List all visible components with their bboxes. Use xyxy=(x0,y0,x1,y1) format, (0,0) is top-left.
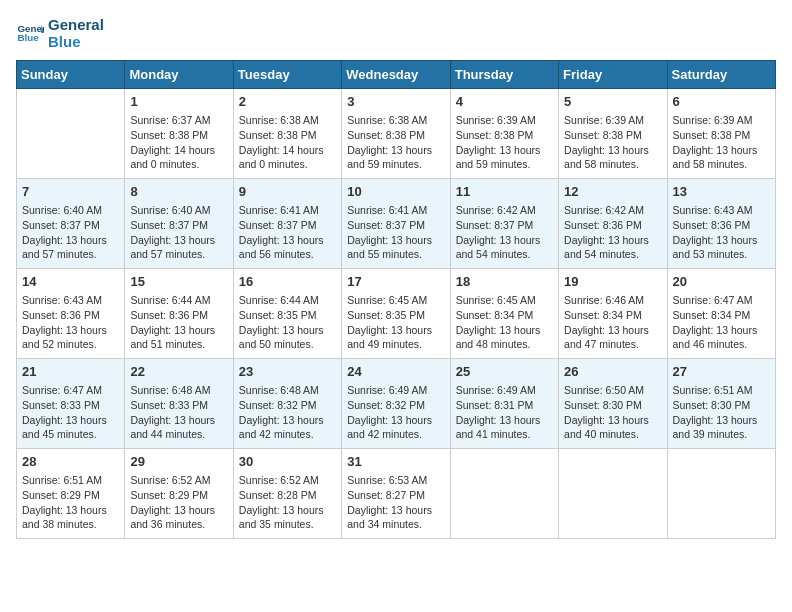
calendar-cell: 18Sunrise: 6:45 AM Sunset: 8:34 PM Dayli… xyxy=(450,269,558,359)
calendar-week-2: 7Sunrise: 6:40 AM Sunset: 8:37 PM Daylig… xyxy=(17,179,776,269)
day-number: 12 xyxy=(564,183,661,201)
day-number: 28 xyxy=(22,453,119,471)
day-header-sunday: Sunday xyxy=(17,61,125,89)
day-number: 9 xyxy=(239,183,336,201)
day-number: 14 xyxy=(22,273,119,291)
calendar-cell xyxy=(17,89,125,179)
day-info: Sunrise: 6:46 AM Sunset: 8:34 PM Dayligh… xyxy=(564,293,661,352)
day-info: Sunrise: 6:52 AM Sunset: 8:29 PM Dayligh… xyxy=(130,473,227,532)
calendar-cell: 9Sunrise: 6:41 AM Sunset: 8:37 PM Daylig… xyxy=(233,179,341,269)
day-info: Sunrise: 6:52 AM Sunset: 8:28 PM Dayligh… xyxy=(239,473,336,532)
calendar-cell: 25Sunrise: 6:49 AM Sunset: 8:31 PM Dayli… xyxy=(450,359,558,449)
day-header-saturday: Saturday xyxy=(667,61,775,89)
calendar-week-3: 14Sunrise: 6:43 AM Sunset: 8:36 PM Dayli… xyxy=(17,269,776,359)
day-number: 18 xyxy=(456,273,553,291)
calendar-cell: 11Sunrise: 6:42 AM Sunset: 8:37 PM Dayli… xyxy=(450,179,558,269)
calendar-cell: 21Sunrise: 6:47 AM Sunset: 8:33 PM Dayli… xyxy=(17,359,125,449)
day-number: 1 xyxy=(130,93,227,111)
calendar-week-1: 1Sunrise: 6:37 AM Sunset: 8:38 PM Daylig… xyxy=(17,89,776,179)
day-number: 21 xyxy=(22,363,119,381)
calendar-cell: 3Sunrise: 6:38 AM Sunset: 8:38 PM Daylig… xyxy=(342,89,450,179)
calendar-cell xyxy=(450,449,558,539)
calendar-cell: 28Sunrise: 6:51 AM Sunset: 8:29 PM Dayli… xyxy=(17,449,125,539)
day-number: 11 xyxy=(456,183,553,201)
day-info: Sunrise: 6:53 AM Sunset: 8:27 PM Dayligh… xyxy=(347,473,444,532)
day-number: 23 xyxy=(239,363,336,381)
day-info: Sunrise: 6:41 AM Sunset: 8:37 PM Dayligh… xyxy=(239,203,336,262)
calendar-cell: 10Sunrise: 6:41 AM Sunset: 8:37 PM Dayli… xyxy=(342,179,450,269)
day-number: 8 xyxy=(130,183,227,201)
day-info: Sunrise: 6:42 AM Sunset: 8:37 PM Dayligh… xyxy=(456,203,553,262)
day-info: Sunrise: 6:47 AM Sunset: 8:33 PM Dayligh… xyxy=(22,383,119,442)
calendar-cell: 13Sunrise: 6:43 AM Sunset: 8:36 PM Dayli… xyxy=(667,179,775,269)
day-number: 17 xyxy=(347,273,444,291)
day-number: 7 xyxy=(22,183,119,201)
day-info: Sunrise: 6:44 AM Sunset: 8:36 PM Dayligh… xyxy=(130,293,227,352)
day-info: Sunrise: 6:51 AM Sunset: 8:29 PM Dayligh… xyxy=(22,473,119,532)
day-info: Sunrise: 6:44 AM Sunset: 8:35 PM Dayligh… xyxy=(239,293,336,352)
day-info: Sunrise: 6:40 AM Sunset: 8:37 PM Dayligh… xyxy=(22,203,119,262)
day-info: Sunrise: 6:45 AM Sunset: 8:34 PM Dayligh… xyxy=(456,293,553,352)
day-info: Sunrise: 6:47 AM Sunset: 8:34 PM Dayligh… xyxy=(673,293,770,352)
calendar-header-row: SundayMondayTuesdayWednesdayThursdayFrid… xyxy=(17,61,776,89)
day-number: 4 xyxy=(456,93,553,111)
day-number: 30 xyxy=(239,453,336,471)
day-header-wednesday: Wednesday xyxy=(342,61,450,89)
calendar-cell: 24Sunrise: 6:49 AM Sunset: 8:32 PM Dayli… xyxy=(342,359,450,449)
day-number: 19 xyxy=(564,273,661,291)
calendar-cell: 19Sunrise: 6:46 AM Sunset: 8:34 PM Dayli… xyxy=(559,269,667,359)
calendar-cell: 23Sunrise: 6:48 AM Sunset: 8:32 PM Dayli… xyxy=(233,359,341,449)
calendar-cell: 22Sunrise: 6:48 AM Sunset: 8:33 PM Dayli… xyxy=(125,359,233,449)
day-info: Sunrise: 6:38 AM Sunset: 8:38 PM Dayligh… xyxy=(239,113,336,172)
day-info: Sunrise: 6:49 AM Sunset: 8:32 PM Dayligh… xyxy=(347,383,444,442)
calendar-cell: 6Sunrise: 6:39 AM Sunset: 8:38 PM Daylig… xyxy=(667,89,775,179)
calendar-cell: 26Sunrise: 6:50 AM Sunset: 8:30 PM Dayli… xyxy=(559,359,667,449)
day-info: Sunrise: 6:43 AM Sunset: 8:36 PM Dayligh… xyxy=(22,293,119,352)
day-number: 15 xyxy=(130,273,227,291)
day-info: Sunrise: 6:38 AM Sunset: 8:38 PM Dayligh… xyxy=(347,113,444,172)
day-number: 24 xyxy=(347,363,444,381)
calendar-cell: 5Sunrise: 6:39 AM Sunset: 8:38 PM Daylig… xyxy=(559,89,667,179)
day-number: 26 xyxy=(564,363,661,381)
day-info: Sunrise: 6:45 AM Sunset: 8:35 PM Dayligh… xyxy=(347,293,444,352)
calendar-cell: 14Sunrise: 6:43 AM Sunset: 8:36 PM Dayli… xyxy=(17,269,125,359)
calendar-cell: 16Sunrise: 6:44 AM Sunset: 8:35 PM Dayli… xyxy=(233,269,341,359)
calendar-cell: 1Sunrise: 6:37 AM Sunset: 8:38 PM Daylig… xyxy=(125,89,233,179)
day-info: Sunrise: 6:41 AM Sunset: 8:37 PM Dayligh… xyxy=(347,203,444,262)
calendar-cell: 15Sunrise: 6:44 AM Sunset: 8:36 PM Dayli… xyxy=(125,269,233,359)
calendar-cell: 31Sunrise: 6:53 AM Sunset: 8:27 PM Dayli… xyxy=(342,449,450,539)
calendar-week-5: 28Sunrise: 6:51 AM Sunset: 8:29 PM Dayli… xyxy=(17,449,776,539)
day-number: 29 xyxy=(130,453,227,471)
day-header-monday: Monday xyxy=(125,61,233,89)
day-info: Sunrise: 6:49 AM Sunset: 8:31 PM Dayligh… xyxy=(456,383,553,442)
day-number: 13 xyxy=(673,183,770,201)
day-info: Sunrise: 6:40 AM Sunset: 8:37 PM Dayligh… xyxy=(130,203,227,262)
day-number: 25 xyxy=(456,363,553,381)
day-number: 20 xyxy=(673,273,770,291)
logo: General Blue General Blue xyxy=(16,16,104,50)
calendar-body: 1Sunrise: 6:37 AM Sunset: 8:38 PM Daylig… xyxy=(17,89,776,539)
day-info: Sunrise: 6:48 AM Sunset: 8:32 PM Dayligh… xyxy=(239,383,336,442)
day-info: Sunrise: 6:39 AM Sunset: 8:38 PM Dayligh… xyxy=(564,113,661,172)
day-info: Sunrise: 6:39 AM Sunset: 8:38 PM Dayligh… xyxy=(673,113,770,172)
day-number: 2 xyxy=(239,93,336,111)
day-info: Sunrise: 6:50 AM Sunset: 8:30 PM Dayligh… xyxy=(564,383,661,442)
calendar-cell xyxy=(667,449,775,539)
calendar-cell: 12Sunrise: 6:42 AM Sunset: 8:36 PM Dayli… xyxy=(559,179,667,269)
day-number: 6 xyxy=(673,93,770,111)
day-number: 27 xyxy=(673,363,770,381)
day-header-thursday: Thursday xyxy=(450,61,558,89)
calendar-cell xyxy=(559,449,667,539)
day-info: Sunrise: 6:48 AM Sunset: 8:33 PM Dayligh… xyxy=(130,383,227,442)
calendar-cell: 17Sunrise: 6:45 AM Sunset: 8:35 PM Dayli… xyxy=(342,269,450,359)
day-info: Sunrise: 6:43 AM Sunset: 8:36 PM Dayligh… xyxy=(673,203,770,262)
day-info: Sunrise: 6:37 AM Sunset: 8:38 PM Dayligh… xyxy=(130,113,227,172)
calendar-cell: 8Sunrise: 6:40 AM Sunset: 8:37 PM Daylig… xyxy=(125,179,233,269)
logo-icon: General Blue xyxy=(16,19,44,47)
calendar-cell: 7Sunrise: 6:40 AM Sunset: 8:37 PM Daylig… xyxy=(17,179,125,269)
calendar-cell: 30Sunrise: 6:52 AM Sunset: 8:28 PM Dayli… xyxy=(233,449,341,539)
calendar-table: SundayMondayTuesdayWednesdayThursdayFrid… xyxy=(16,60,776,539)
calendar-cell: 2Sunrise: 6:38 AM Sunset: 8:38 PM Daylig… xyxy=(233,89,341,179)
day-number: 16 xyxy=(239,273,336,291)
calendar-cell: 4Sunrise: 6:39 AM Sunset: 8:38 PM Daylig… xyxy=(450,89,558,179)
